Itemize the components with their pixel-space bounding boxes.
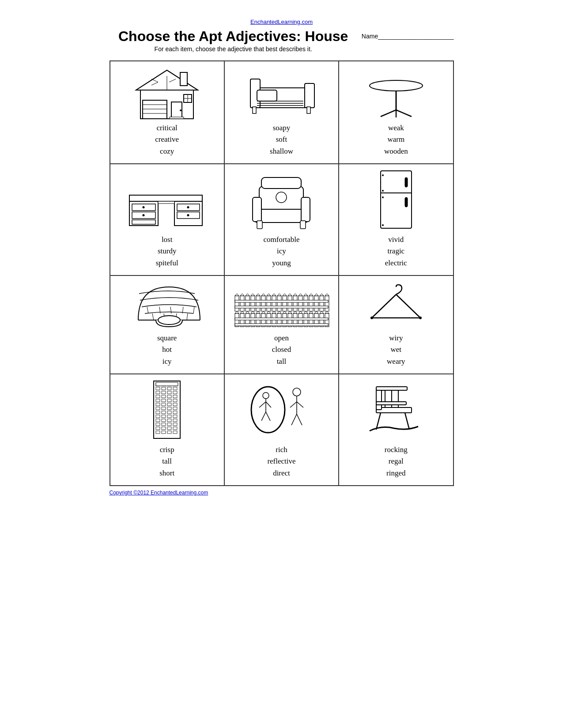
svg-rect-164 [162,391,166,394]
svg-rect-147 [235,318,328,320]
svg-point-28 [370,80,423,91]
svg-point-215 [293,388,301,396]
word: open [272,332,291,344]
svg-marker-136 [299,311,302,313]
cell-armchair-words: comfortableicyyoung [263,234,299,269]
svg-marker-140 [309,311,313,313]
svg-marker-90 [277,294,281,296]
svg-point-39 [143,214,145,216]
svg-rect-49 [253,197,261,222]
svg-point-61 [382,224,384,226]
svg-rect-83 [261,296,265,311]
word: crisp [159,444,174,456]
svg-marker-100 [304,294,308,296]
svg-rect-162 [173,387,177,390]
footer-link[interactable]: Copyright ©2012 EnchantedLearning.com [110,490,208,496]
svg-marker-104 [314,294,318,296]
svg-point-43 [187,206,189,208]
word: soapy [270,122,293,134]
word: tragic [385,245,407,257]
word: critical [155,122,179,134]
word: sturdy [156,245,178,257]
svg-rect-205 [167,431,171,434]
svg-marker-88 [272,294,276,296]
svg-point-72 [158,316,180,324]
svg-rect-193 [167,419,171,422]
svg-rect-181 [167,407,171,410]
svg-rect-166 [173,391,177,394]
svg-line-220 [297,414,302,425]
site-link[interactable]: EnchantedLearning.com [250,19,313,25]
svg-rect-199 [156,427,160,430]
refrigerator-icon [374,169,418,230]
word: soft [270,134,293,145]
svg-rect-95 [293,296,297,311]
svg-rect-101 [309,296,313,311]
svg-rect-27 [307,107,310,113]
bed-icon [242,75,321,119]
adjective-grid: criticalcreativecozy soapysoftshallow [110,60,454,486]
svg-line-30 [381,110,396,117]
svg-rect-57 [405,197,408,207]
svg-point-60 [382,196,384,198]
svg-rect-200 [162,427,166,430]
svg-point-59 [382,190,384,192]
desk-icon [125,182,209,230]
svg-rect-56 [405,177,408,187]
svg-rect-99 [304,296,308,311]
cell-table-words: weakwarmwooden [384,122,408,157]
cell-hanger-words: wirywetweary [387,332,405,367]
svg-rect-189 [167,415,171,418]
cell-bed-words: soapysoftshallow [270,122,293,157]
mirror-person-icon [239,383,323,441]
svg-rect-165 [167,391,171,394]
svg-rect-45 [158,201,174,204]
svg-marker-112 [235,311,239,313]
svg-rect-223 [376,387,407,390]
svg-marker-132 [288,311,292,313]
svg-rect-110 [235,306,328,308]
svg-rect-197 [167,423,171,426]
word: weak [384,122,408,134]
svg-line-218 [297,402,303,407]
svg-marker-96 [293,294,297,296]
svg-rect-33 [129,195,202,201]
svg-rect-185 [167,411,171,414]
cell-fridge: vividtragicelectric [339,164,453,275]
svg-point-47 [276,192,287,203]
svg-rect-206 [173,431,177,434]
svg-rect-194 [173,419,177,422]
cell-bed: soapysoftshallow [224,61,339,164]
subtitle: For each item, choose the adjective that… [110,45,357,53]
rocking-chair-icon [365,379,427,441]
svg-rect-207 [156,382,178,386]
svg-rect-103 [314,296,318,311]
cell-fence-words: openclosedtall [272,332,291,367]
page-title: Choose the Apt Adjectives: House [110,28,357,45]
word: creative [155,134,179,145]
svg-rect-91 [283,296,287,311]
svg-rect-109 [235,300,328,302]
svg-marker-138 [304,311,308,313]
cell-rocking-chair-words: rockingregalringed [385,444,408,479]
svg-rect-52 [300,221,306,229]
svg-marker-146 [325,311,329,313]
svg-line-150 [396,294,420,318]
svg-rect-177 [167,403,171,406]
word: weary [387,356,405,367]
cell-fridge-words: vividtragicelectric [385,234,407,269]
word: cozy [155,146,179,157]
svg-rect-182 [173,407,177,410]
site-link-container: EnchantedLearning.com [110,18,454,26]
svg-rect-198 [173,423,177,426]
svg-marker-116 [246,311,249,313]
svg-point-38 [143,206,145,208]
cell-mirror: richreflectivedirect [224,374,339,486]
svg-marker-120 [256,311,260,313]
word: square [157,332,177,344]
word: comfortable [263,234,299,245]
cell-desk-words: loststurdyspiteful [156,234,178,269]
svg-rect-190 [173,415,177,418]
svg-rect-203 [156,431,160,434]
svg-rect-50 [301,197,310,222]
